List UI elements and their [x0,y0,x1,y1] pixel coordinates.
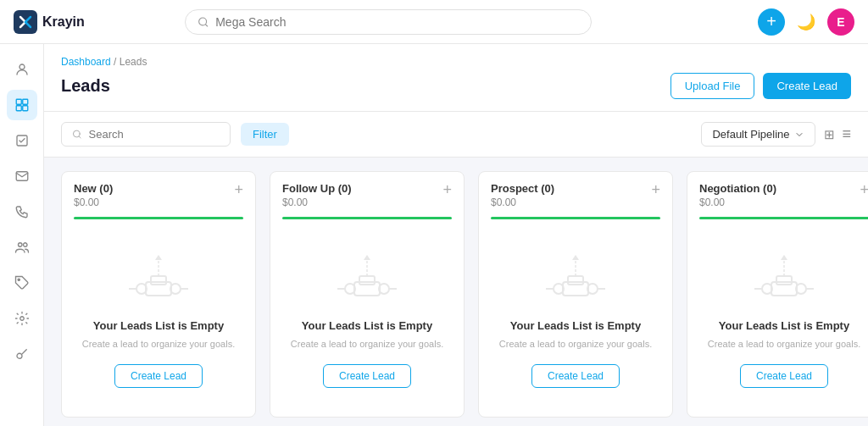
col-title-new: New (0) [74,182,113,195]
breadcrumb-parent[interactable]: Dashboard [61,56,111,68]
dark-mode-toggle[interactable]: 🌙 [797,13,815,31]
col-amount-followup: $0.00 [282,196,352,208]
main-content: Dashboard / Leads Leads Upload File Crea… [44,44,868,426]
col-header-followup: Follow Up (0) $0.00 + [270,172,464,208]
search-icon [198,16,209,28]
add-button[interactable]: + [758,8,785,36]
search-icon [72,129,82,140]
create-lead-btn-prospect[interactable]: Create Lead [531,364,620,388]
upload-file-button[interactable]: Upload File [670,73,755,99]
sidebar-item-contacts[interactable] [7,54,37,85]
col-title-negotiation: Negotiation (0) [699,182,776,195]
top-nav: Krayin + 🌙 E [0,0,868,44]
col-header-prospect: Prospect (0) $0.00 + [479,172,672,208]
page-title: Leads [61,76,110,96]
svg-rect-6 [22,106,27,111]
mega-search-input[interactable] [215,15,579,29]
kanban-col-negotiation: Negotiation (0) $0.00 + Your Leads Lis [687,171,868,418]
col-header-negotiation: Negotiation (0) $0.00 + [687,172,868,208]
col-add-new[interactable]: + [234,182,243,197]
svg-rect-40 [776,276,792,285]
sidebar-item-calls[interactable] [7,196,37,227]
header-actions: Upload File Create Lead [670,73,851,99]
empty-title-negotiation: Your Leads List is Empty [719,319,849,332]
col-title-followup: Follow Up (0) [282,182,352,195]
svg-rect-32 [568,276,583,285]
sidebar-item-tags[interactable] [7,268,37,298]
svg-marker-38 [572,255,579,260]
empty-title-new: Your Leads List is Empty [93,319,224,332]
kanban-col-prospect: Prospect (0) $0.00 + Your Leads List i [478,171,673,418]
page-header: Dashboard / Leads Leads Upload File Crea… [44,44,868,112]
empty-title-prospect: Your Leads List is Empty [510,319,641,332]
sidebar-item-settings[interactable] [7,303,37,334]
nav-actions: + 🌙 E [758,8,854,36]
col-title-prospect: Prospect (0) [491,182,554,195]
svg-rect-24 [359,276,375,285]
filter-right: Default Pipeline ⊞ ≡ [701,122,851,147]
empty-illustration-followup [329,248,405,307]
col-amount-prospect: $0.00 [491,196,554,208]
col-add-prospect[interactable]: + [651,182,660,197]
svg-rect-5 [16,106,21,111]
kanban-board: New (0) $0.00 + Your Leads List is Emp [44,158,868,426]
pipeline-select[interactable]: Default Pipeline [701,122,815,147]
filter-bar: Filter Default Pipeline ⊞ ≡ [44,112,868,158]
logo: Krayin [14,10,85,34]
svg-point-12 [19,317,24,321]
breadcrumb-current: Leads [120,56,147,68]
svg-rect-3 [16,99,21,104]
col-body-prospect: Your Leads List is Empty Create a lead t… [479,219,672,417]
empty-title-followup: Your Leads List is Empty [302,319,432,332]
search-input[interactable] [89,128,220,141]
sidebar-item-keys[interactable] [7,339,37,369]
empty-desc-followup: Create a lead to organize your goals. [291,337,443,351]
empty-desc-new: Create a lead to organize your goals. [82,337,235,351]
kanban-view-icon[interactable]: ⊞ [824,127,835,142]
avatar[interactable]: E [827,8,854,36]
svg-marker-46 [781,255,787,260]
svg-rect-4 [22,99,27,104]
app-name: Krayin [42,14,85,30]
col-body-new: Your Leads List is Empty Create a lead t… [62,219,255,417]
sidebar [0,44,44,426]
create-lead-button-header[interactable]: Create Lead [763,73,851,99]
col-amount-new: $0.00 [74,196,113,208]
svg-rect-16 [151,276,166,285]
col-header-new: New (0) $0.00 + [62,172,255,208]
empty-illustration [120,248,197,307]
svg-marker-30 [364,255,370,260]
more-options-icon[interactable]: ≡ [842,125,851,143]
sidebar-item-leads[interactable] [7,90,37,120]
col-add-followup[interactable]: + [442,182,452,197]
chevron-down-icon [794,130,804,140]
mega-search-bar[interactable] [185,9,592,35]
empty-desc-prospect: Create a lead to organize your goals. [499,337,652,351]
create-lead-btn-followup[interactable]: Create Lead [323,364,411,388]
pipeline-label: Default Pipeline [712,128,789,141]
svg-point-10 [23,243,27,247]
kanban-col-followup: Follow Up (0) $0.00 + Your Leads List [270,171,465,418]
create-lead-btn-new[interactable]: Create Lead [114,364,203,388]
col-body-negotiation: Your Leads List is Empty Create a lead t… [687,219,868,417]
logo-icon [14,10,37,34]
col-body-followup: Your Leads List is Empty Create a lead t… [270,219,464,417]
empty-illustration-negotiation [746,248,822,307]
svg-marker-22 [155,255,162,260]
page-title-row: Leads Upload File Create Lead [61,73,851,99]
sidebar-item-persons[interactable] [7,232,37,263]
svg-point-11 [18,279,19,280]
create-lead-btn-negotiation[interactable]: Create Lead [740,364,828,388]
empty-illustration-prospect [537,248,614,307]
view-icons: ⊞ ≡ [824,125,851,143]
filter-button[interactable]: Filter [241,123,289,146]
search-wrap[interactable] [61,122,231,147]
sidebar-item-email[interactable] [7,161,37,191]
sidebar-item-tasks[interactable] [7,125,37,156]
svg-point-9 [18,243,22,247]
col-add-negotiation[interactable]: + [860,182,868,197]
svg-point-2 [19,64,25,69]
empty-desc-negotiation: Create a lead to organize your goals. [708,337,860,351]
kanban-col-new: New (0) $0.00 + Your Leads List is Emp [61,171,256,418]
breadcrumb: Dashboard / Leads [61,56,851,68]
